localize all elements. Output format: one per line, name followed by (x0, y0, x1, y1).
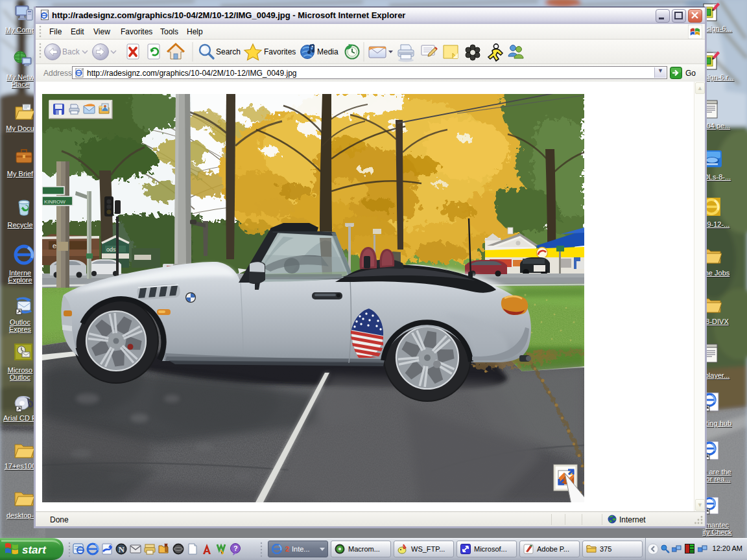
svg-text:N: N (119, 544, 125, 554)
svg-text:?: ? (233, 544, 238, 552)
svg-text:ods: ods (106, 246, 116, 253)
svg-text:start: start (22, 544, 47, 556)
svg-text:Media: Media (317, 47, 338, 56)
svg-text:Search: Search (216, 47, 241, 56)
svg-text:Favorites: Favorites (264, 47, 296, 56)
svg-text:Back: Back (62, 47, 80, 56)
svg-text:KINROW: KINROW (44, 199, 65, 205)
